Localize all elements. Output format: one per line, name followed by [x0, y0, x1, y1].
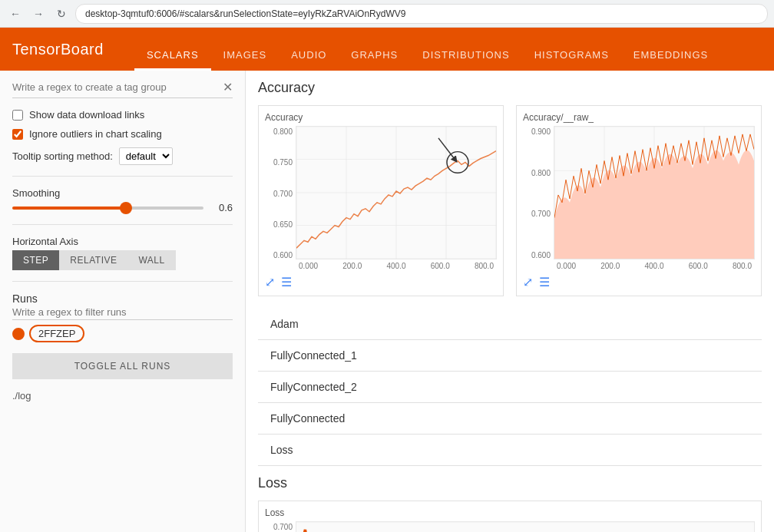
smoothing-section: Smoothing 0.6 [12, 187, 233, 213]
tag-item-fc1[interactable]: FullyConnected_1 [258, 340, 762, 372]
tooltip-select[interactable]: default [119, 147, 173, 165]
tab-images[interactable]: IMAGES [211, 28, 280, 71]
tag-item-loss[interactable]: Loss [258, 435, 762, 466]
chart2-plot[interactable] [554, 126, 755, 259]
runs-section: Runs 2FFZEP [12, 292, 233, 345]
loss-chart-plot[interactable] [296, 521, 755, 532]
loss-y-axis: 0.700 [265, 521, 296, 532]
tag-regex-input[interactable] [12, 80, 223, 94]
ignore-outliers-checkbox[interactable] [12, 129, 23, 140]
tab-embeddings[interactable]: EMBEDDINGS [621, 28, 720, 71]
tag-item-adam[interactable]: Adam [258, 309, 762, 340]
tag-item-fc2[interactable]: FullyConnected_2 [258, 372, 762, 403]
divider-2 [12, 224, 233, 225]
chart2-actions: ⤢ ☰ [523, 275, 755, 289]
chart1-expand-icon[interactable]: ⤢ [265, 275, 275, 289]
smoothing-slider[interactable] [12, 207, 203, 210]
chart1-plot[interactable] [296, 126, 497, 259]
address-bar[interactable]: desktop-3qmtuf0:6006/#scalars&runSelecti… [75, 4, 768, 24]
show-download-checkbox[interactable] [12, 110, 23, 121]
loss-svg [296, 522, 754, 532]
divider-1 [12, 176, 233, 177]
close-icon[interactable]: ✕ [223, 81, 233, 94]
axis-step-btn[interactable]: STEP [12, 250, 59, 270]
tooltip-label: Tooltip sorting method: [12, 150, 113, 162]
tag-filter-row: ✕ [12, 80, 233, 98]
sidebar: ✕ Show data download links Ignore outlie… [0, 71, 246, 532]
axis-buttons: STEP RELATIVE WALL [12, 250, 233, 270]
back-button[interactable]: ← [6, 5, 25, 23]
tag-list: Adam FullyConnected_1 FullyConnected_2 F… [258, 309, 762, 466]
chart1-menu-icon[interactable]: ☰ [281, 275, 292, 289]
axis-wall-btn[interactable]: WALL [127, 250, 175, 270]
chart2-x-axis: 0.000 200.0 400.0 600.0 800.0 [554, 260, 755, 272]
chart2-svg [554, 127, 754, 259]
tab-audio[interactable]: AUDIO [279, 28, 339, 71]
chart1-y-axis: 0.800 0.750 0.700 0.650 0.600 [265, 126, 296, 272]
chart2-y-axis: 0.900 0.800 0.700 0.600 [523, 126, 554, 272]
tab-scalars[interactable]: SCALARS [134, 28, 211, 71]
axis-relative-btn[interactable]: RELATIVE [59, 250, 127, 270]
runs-label: Runs [12, 292, 233, 305]
tag-item-fc[interactable]: FullyConnected [258, 403, 762, 435]
ignore-outliers-label: Ignore outliers in chart scaling [29, 128, 162, 140]
chart1-x-axis: 0.000 200.0 400.0 600.0 800.0 [296, 260, 497, 272]
url-text: desktop-3qmtuf0:6006/#scalars&runSelecti… [85, 8, 405, 19]
app: TensorBoard SCALARS IMAGES AUDIO GRAPHS … [0, 28, 774, 532]
loss-chart-title: Loss [265, 507, 755, 518]
axis-label: Horizontal Axis [12, 236, 233, 247]
chart1-area: 0.800 0.750 0.700 0.650 0.600 [265, 126, 497, 272]
toggle-all-runs-button[interactable]: TOGGLE ALL RUNS [12, 353, 233, 379]
top-nav: TensorBoard SCALARS IMAGES AUDIO GRAPHS … [0, 28, 774, 71]
smoothing-value: 0.6 [210, 202, 233, 213]
chart1-title: Accuracy [265, 112, 497, 123]
log-label: ./log [12, 390, 233, 401]
section-title: Accuracy [258, 80, 762, 96]
run-label: 2FFZEP [29, 325, 84, 342]
svg-line-11 [438, 138, 455, 160]
nav-tabs: SCALARS IMAGES AUDIO GRAPHS DISTRIBUTION… [134, 28, 720, 71]
browser-chrome: ← → ↻ desktop-3qmtuf0:6006/#scalars&runS… [0, 0, 774, 28]
main-layout: ✕ Show data download links Ignore outlie… [0, 71, 774, 532]
accuracy-chart-card: Accuracy 0.800 0.750 0.700 0.650 0.600 [258, 105, 504, 296]
chart1-svg [296, 127, 496, 259]
chart2-area: 0.900 0.800 0.700 0.600 [523, 126, 755, 272]
run-item: 2FFZEP [12, 325, 233, 342]
ignore-outliers-row[interactable]: Ignore outliers in chart scaling [12, 128, 233, 140]
show-download-label: Show data download links [29, 109, 144, 121]
brand-logo: TensorBoard [12, 41, 104, 58]
right-panel: Accuracy Accuracy 0.800 0.750 0.700 0.65… [246, 71, 774, 532]
loss-section: Loss Loss 0.700 [258, 475, 762, 532]
chart2-menu-icon[interactable]: ☰ [539, 275, 550, 289]
tab-graphs[interactable]: GRAPHS [339, 28, 410, 71]
show-download-row[interactable]: Show data download links [12, 109, 233, 121]
horizontal-axis-section: Horizontal Axis STEP RELATIVE WALL [12, 236, 233, 270]
chart1-actions: ⤢ ☰ [265, 275, 497, 289]
loss-chart-card: Loss 0.700 [258, 501, 762, 532]
loss-chart-area: 0.700 [265, 521, 755, 532]
divider-3 [12, 281, 233, 282]
run-color-dot[interactable] [12, 328, 25, 340]
chart2-expand-icon[interactable]: ⤢ [523, 275, 533, 289]
forward-button[interactable]: → [29, 5, 48, 23]
slider-row: 0.6 [12, 202, 233, 213]
tab-histograms[interactable]: HISTOGRAMS [522, 28, 621, 71]
loss-title: Loss [258, 475, 762, 491]
tooltip-row: Tooltip sorting method: default [12, 147, 233, 165]
charts-row: Accuracy 0.800 0.750 0.700 0.650 0.600 [258, 105, 762, 296]
tab-distributions[interactable]: DISTRIBUTIONS [410, 28, 521, 71]
chart2-title: Accuracy/__raw_ [523, 112, 755, 123]
runs-filter-input[interactable] [12, 305, 233, 320]
accuracy-raw-chart-card: Accuracy/__raw_ 0.900 0.800 0.700 0.600 [516, 105, 762, 296]
refresh-button[interactable]: ↻ [52, 5, 71, 23]
smoothing-label: Smoothing [12, 187, 233, 199]
